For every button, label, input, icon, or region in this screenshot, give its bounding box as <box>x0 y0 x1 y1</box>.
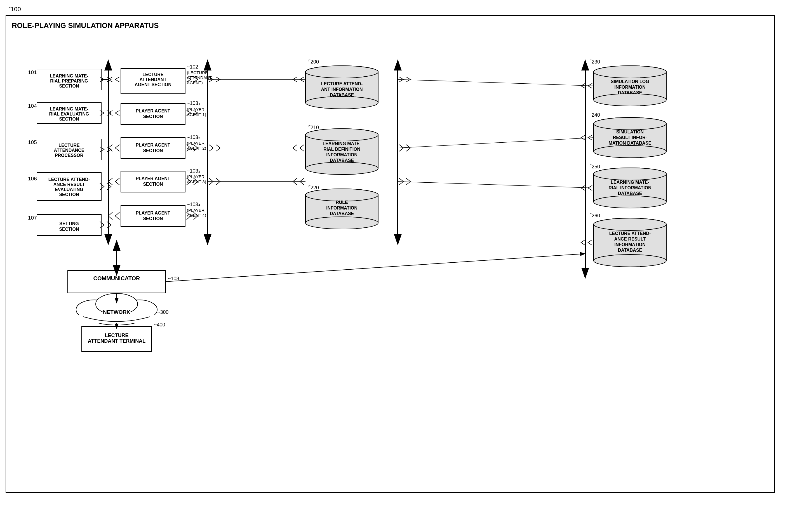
db260-text3: INFORMATION <box>614 242 646 247</box>
notch-db250-l2 <box>406 178 410 185</box>
label-106-4: SECTION <box>59 192 79 197</box>
label-107-1: SETTING <box>59 221 79 226</box>
label-1033-2: SECTION <box>143 182 163 187</box>
communicator-ref: ~108 <box>168 276 179 281</box>
label-101-3: SECTION <box>59 84 79 88</box>
notch-1032-l <box>115 144 119 151</box>
notch-106-r2 <box>107 183 111 190</box>
label-101-1: LEARNING MATE- <box>50 73 88 78</box>
db260-text4: DATABASE <box>618 248 642 253</box>
long-h-arrow-communicator <box>166 254 585 282</box>
ref-210-label: ⌜210 <box>308 125 319 130</box>
db230-text3: DATABASE <box>618 90 642 95</box>
db240-text3: MATION DATABASE <box>609 141 652 145</box>
notch-1033-l2 <box>108 178 113 185</box>
db250-text3: DATABASE <box>618 191 642 196</box>
notch-102-l <box>115 77 119 82</box>
num-106: 106 <box>28 176 37 182</box>
label-102-3: AGENT SECTION <box>135 82 171 87</box>
label-102-2: ATTENDANT <box>140 77 167 82</box>
h-line-db240 <box>398 138 593 148</box>
db230-text1: SIMULATION LOG <box>611 79 649 84</box>
ref-1032: ~103₂ <box>187 135 200 140</box>
ref-1034-sub1: (PLAYER <box>187 208 205 212</box>
figure-number: 100 <box>11 5 21 13</box>
num-107: 107 <box>28 215 37 221</box>
ref-1033-sub2: AGENT 3) <box>187 179 206 184</box>
communicator-box <box>68 271 166 293</box>
db210-top2 <box>306 128 378 141</box>
db220-text1: RULE <box>336 200 348 205</box>
db240-top2 <box>593 118 666 130</box>
db250-text1: LEARNING MATE- <box>611 180 649 185</box>
label-101-2: RIAL PREPARING <box>50 79 88 83</box>
label-1032-1: PLAYER AGENT <box>136 143 170 148</box>
db260-bottom <box>593 255 666 267</box>
db220-text3: DATABASE <box>330 211 354 216</box>
label-1032-2: SECTION <box>143 148 163 153</box>
db220-top2 <box>306 189 378 201</box>
label-1034-1: PLAYER AGENT <box>136 211 170 216</box>
label-104-1: LEARNING MATE- <box>50 106 88 111</box>
db220-text2: INFORMATION <box>326 206 358 210</box>
label-107-2: SECTION <box>59 227 79 231</box>
label-1031-1: PLAYER AGENT <box>136 108 170 113</box>
network-ref: ~300 <box>157 309 169 315</box>
notch-1033-l <box>115 178 119 185</box>
db200-top2 <box>306 66 378 78</box>
notch-107-r2 <box>107 222 111 228</box>
page-container: ⌜100 ROLE-PLAYING SIMULATION APPARATUS 1… <box>5 5 789 493</box>
diagram-svg: 101 LEARNING MATE- RIAL PREPARING SECTIO… <box>12 38 781 486</box>
ref-1033: ~103₃ <box>187 168 200 174</box>
notch-db230-l2 <box>406 77 410 82</box>
db260-top2 <box>593 218 666 230</box>
db200-text2: ANT INFORMATION <box>321 87 363 92</box>
notch-db240-r2 <box>581 135 585 140</box>
notch-1031-l <box>115 110 119 116</box>
label-106-3: EVALUATING <box>55 187 83 192</box>
ref-200-label: ⌜200 <box>308 59 319 65</box>
label-1034-2: SECTION <box>143 216 163 221</box>
notch-1034-l <box>115 212 119 220</box>
label-104-2: RIAL EVALUATING <box>49 111 89 116</box>
ref-220-label: ⌜220 <box>308 185 319 190</box>
db250-text2: RIAL INFORMATION <box>608 186 651 190</box>
ref-1033-sub1: (PLAYER <box>187 174 205 179</box>
db200-text3: DATABASE <box>330 92 354 97</box>
terminal-text1: LECTURE <box>105 332 129 338</box>
db230-bottom <box>593 94 666 106</box>
num-104: 104 <box>28 103 37 109</box>
db200-bottom <box>306 97 378 109</box>
notch-db240-l2 <box>406 144 410 151</box>
notch-1034-l2 <box>108 212 113 220</box>
ref-1031: ~103₁ <box>187 100 200 106</box>
label-1033-1: PLAYER AGENT <box>136 176 170 181</box>
db240-text1: SIMULATION <box>616 130 644 134</box>
num-105: 105 <box>28 139 37 145</box>
ref-250-label: ⌜250 <box>589 164 600 170</box>
apparatus-title: ROLE-PLAYING SIMULATION APPARATUS <box>12 21 769 30</box>
label-106-1: LECTURE ATTEND- <box>48 177 90 182</box>
figure-label: ⌜100 <box>8 5 789 13</box>
ref-102-sub1: (LECTURE <box>187 70 208 75</box>
db240-bottom <box>593 145 666 158</box>
label-105-2: ATTENDANCE <box>54 148 84 153</box>
ref-260-label: ⌜260 <box>589 213 600 219</box>
ref-240-label: ⌜240 <box>589 112 600 118</box>
notch-102-l2 <box>108 77 113 82</box>
num-101: 101 <box>28 69 37 75</box>
ref-1032-sub2: AGENT 2) <box>187 146 206 151</box>
label-105-3: PROCESSOR <box>55 153 84 158</box>
communicator-text1: COMMUNICATOR <box>93 275 140 281</box>
db210-text4: DATABASE <box>330 158 354 163</box>
notch-db230-r2 <box>581 83 585 88</box>
ref-230-label: ⌜230 <box>589 59 600 65</box>
terminal-text2: ATTENDANT TERMINAL <box>88 338 146 344</box>
label-105-1: LECTURE <box>58 143 80 148</box>
h-line-db250 <box>398 182 593 188</box>
label-106-2: ANCE RESULT <box>53 182 85 187</box>
ref-1032-sub1: (PLAYER <box>187 141 205 145</box>
label-1031-2: SECTION <box>143 114 163 119</box>
db230-top2 <box>593 66 666 78</box>
notch-1031-l2 <box>108 110 113 116</box>
